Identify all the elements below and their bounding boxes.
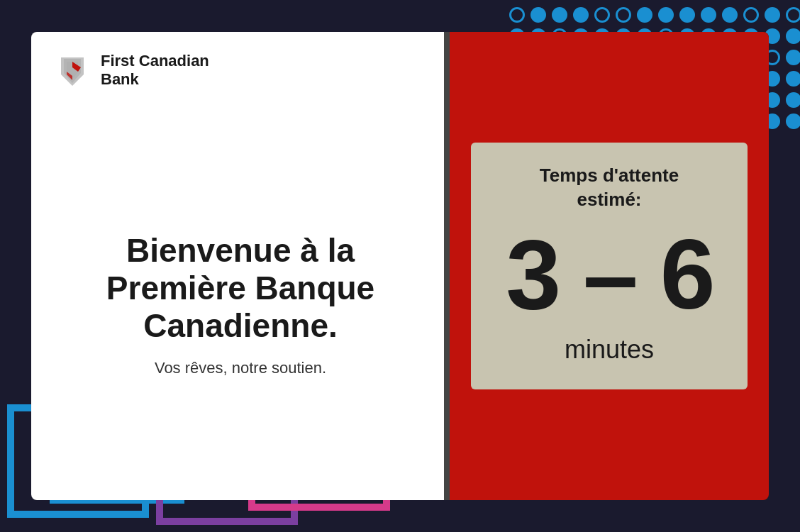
wait-time-unit: minutes — [565, 335, 654, 365]
dot — [573, 7, 589, 23]
main-display-panel: First Canadian Bank Bienvenue à la Premi… — [31, 32, 769, 500]
dot — [786, 113, 800, 129]
dot — [743, 7, 759, 23]
dot — [509, 7, 525, 23]
dot — [594, 7, 610, 23]
dot — [786, 71, 800, 87]
panel-divider — [444, 32, 450, 500]
welcome-line2: Première Banque — [106, 270, 374, 306]
right-section: Temps d'attente estimé: 3 – 6 minutes — [450, 32, 769, 500]
logo-text: First Canadian Bank — [101, 52, 209, 89]
dot — [786, 7, 800, 23]
dot — [786, 92, 800, 108]
dot — [701, 7, 716, 23]
dot — [679, 7, 695, 23]
wait-time-value: 3 – 6 — [506, 225, 712, 324]
dot — [530, 7, 546, 23]
bank-logo-icon — [54, 52, 91, 89]
wait-label-line2: estimé: — [577, 189, 641, 210]
welcome-heading: Bienvenue à la Première Banque Canadienn… — [106, 232, 374, 345]
left-section: First Canadian Bank Bienvenue à la Premi… — [31, 32, 450, 500]
dot — [552, 7, 567, 23]
dot — [637, 7, 652, 23]
bank-name-line2: Bank — [101, 70, 209, 89]
wait-time-label: Temps d'attente estimé: — [540, 164, 679, 212]
tagline: Vos rêves, notre soutien. — [155, 359, 326, 377]
dot — [722, 7, 738, 23]
dot — [658, 7, 674, 23]
dot — [786, 50, 800, 65]
dot — [765, 7, 780, 23]
dot — [786, 28, 800, 44]
welcome-line3: Canadienne. — [143, 307, 338, 344]
wait-time-card: Temps d'attente estimé: 3 – 6 minutes — [471, 143, 748, 389]
welcome-line1: Bienvenue à la — [126, 232, 355, 269]
bank-name-line1: First Canadian — [101, 52, 209, 70]
dot — [616, 7, 631, 23]
wait-label-line1: Temps d'attente — [540, 165, 679, 186]
welcome-area: Bienvenue à la Première Banque Canadienn… — [31, 109, 450, 500]
logo-area: First Canadian Bank — [31, 32, 450, 109]
